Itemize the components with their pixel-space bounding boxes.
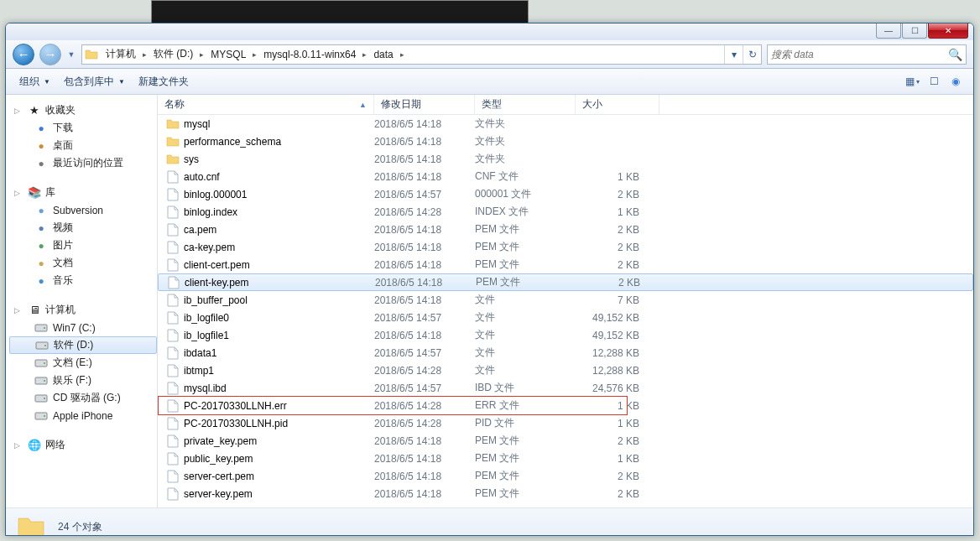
new-folder-button[interactable]: 新建文件夹 <box>132 71 195 92</box>
folder-icon <box>16 512 46 536</box>
maximize-button[interactable]: ☐ <box>902 23 927 39</box>
file-row[interactable]: server-key.pem2018/6/5 14:18PEM 文件2 KB <box>158 485 973 502</box>
breadcrumb-segment[interactable]: data <box>368 45 398 64</box>
organize-menu[interactable]: 组织▼ <box>13 71 57 92</box>
file-row[interactable]: auto.cnf2018/6/5 14:18CNF 文件1 KB <box>158 168 973 185</box>
column-size[interactable]: 大小 <box>576 95 659 114</box>
close-button[interactable]: ✕ <box>928 23 968 39</box>
file-row[interactable]: client-key.pem2018/6/5 14:18PEM 文件2 KB <box>158 273 973 291</box>
chevron-right-icon[interactable]: ▸ <box>198 50 206 59</box>
file-row[interactable]: ca.pem2018/6/5 14:18PEM 文件2 KB <box>158 221 973 238</box>
column-date[interactable]: 修改日期 <box>374 95 475 114</box>
drive-icon: ● <box>34 157 48 170</box>
file-date: 2018/6/5 14:28 <box>374 400 475 412</box>
sidebar-item[interactable]: ●文档 <box>9 254 157 272</box>
file-row[interactable]: mysql.ibd2018/6/5 14:57IBD 文件24,576 KB <box>158 379 973 397</box>
sidebar-item[interactable]: ●Subversion <box>9 201 157 219</box>
sidebar-group-header[interactable]: ▷📚库 <box>9 184 157 201</box>
sidebar-item[interactable]: ●视频 <box>9 219 157 237</box>
file-date: 2018/6/5 14:57 <box>374 382 475 394</box>
file-name: client-cert.pem <box>184 259 250 271</box>
file-row[interactable]: private_key.pem2018/6/5 14:18PEM 文件2 KB <box>158 432 973 450</box>
file-type: CNF 文件 <box>475 169 576 184</box>
file-icon <box>166 470 180 483</box>
expand-icon[interactable]: ▷ <box>14 306 23 315</box>
file-row[interactable]: ib_buffer_pool2018/6/5 14:18文件7 KB <box>158 291 973 309</box>
chevron-right-icon[interactable]: ▸ <box>361 50 368 59</box>
include-in-library-menu[interactable]: 包含到库中▼ <box>57 71 132 92</box>
sidebar-item[interactable]: ●音乐 <box>9 272 157 289</box>
search-icon[interactable]: 🔍 <box>948 48 962 61</box>
file-size: 1 KB <box>576 206 649 218</box>
file-size: 2 KB <box>576 242 649 253</box>
column-name[interactable]: 名称▲ <box>158 95 374 114</box>
file-size: 2 KB <box>576 189 649 200</box>
navigation-bar: ← → ▼ 计算机▸软件 (D:)▸MYSQL▸mysql-8.0.11-win… <box>6 40 973 69</box>
sidebar-item[interactable]: Apple iPhone <box>9 407 157 424</box>
file-row[interactable]: ib_logfile02018/6/5 14:57文件49,152 KB <box>158 309 973 326</box>
file-row[interactable]: binlog.0000012018/6/5 14:57000001 文件2 KB <box>158 185 973 203</box>
file-row[interactable]: public_key.pem2018/6/5 14:18PEM 文件1 KB <box>158 450 973 467</box>
sidebar-item[interactable]: 娱乐 (F:) <box>9 372 157 389</box>
file-type: PEM 文件 <box>475 222 576 237</box>
sidebar-item[interactable]: ●图片 <box>9 237 157 254</box>
sidebar-group-header[interactable]: ▷🌐网络 <box>9 436 157 454</box>
breadcrumb-segment[interactable]: 软件 (D:) <box>149 45 198 64</box>
refresh-button[interactable]: ↻ <box>743 45 761 64</box>
file-row[interactable]: performance_schema2018/6/5 14:18文件夹 <box>158 133 973 150</box>
history-dropdown-icon[interactable]: ▼ <box>66 50 76 59</box>
file-list-pane: 名称▲ 修改日期 类型 大小 mysql2018/6/5 14:18文件夹per… <box>158 95 973 507</box>
file-row[interactable]: PC-20170330LLNH.pid2018/6/5 14:28PID 文件1… <box>158 414 973 432</box>
svg-point-3 <box>44 345 46 346</box>
chevron-right-icon[interactable]: ▸ <box>399 50 406 59</box>
expand-icon[interactable]: ▷ <box>14 189 23 197</box>
view-options-button[interactable]: ▦▾ <box>901 72 923 91</box>
file-name: sys <box>184 153 199 165</box>
sidebar-item[interactable]: ●桌面 <box>9 137 157 154</box>
file-row[interactable]: ib_logfile12018/6/5 14:18文件49,152 KB <box>158 326 973 344</box>
file-date: 2018/6/5 14:18 <box>374 488 475 500</box>
expand-icon[interactable]: ▷ <box>14 441 23 450</box>
sidebar-item[interactable]: 软件 (D:) <box>9 336 157 354</box>
back-button[interactable]: ← <box>13 44 34 65</box>
drive-icon: ● <box>34 221 48 235</box>
file-row[interactable]: ibtmp12018/6/5 14:28文件12,288 KB <box>158 362 973 379</box>
sidebar-item[interactable]: CD 驱动器 (G:) <box>9 389 157 407</box>
file-row[interactable]: ca-key.pem2018/6/5 14:18PEM 文件2 KB <box>158 238 973 256</box>
breadcrumb-segment[interactable]: 计算机 <box>101 45 141 64</box>
file-list[interactable]: mysql2018/6/5 14:18文件夹performance_schema… <box>158 115 973 507</box>
folder-icon <box>82 48 101 61</box>
file-row[interactable]: mysql2018/6/5 14:18文件夹 <box>158 115 973 133</box>
preview-pane-button[interactable]: ☐ <box>923 72 945 91</box>
forward-button[interactable]: → <box>39 44 61 65</box>
file-row[interactable]: sys2018/6/5 14:18文件夹 <box>158 150 973 168</box>
file-name: ca.pem <box>184 224 216 236</box>
address-bar[interactable]: 计算机▸软件 (D:)▸MYSQL▸mysql-8.0.11-winx64▸da… <box>81 44 762 65</box>
breadcrumb-segment[interactable]: MYSQL <box>206 45 251 64</box>
file-row[interactable]: binlog.index2018/6/5 14:28INDEX 文件1 KB <box>158 203 973 221</box>
chevron-right-icon[interactable]: ▸ <box>251 50 258 59</box>
sidebar-group-header[interactable]: ▷★收藏夹 <box>9 101 157 119</box>
sidebar-group-header[interactable]: ▷🖥计算机 <box>9 301 157 319</box>
file-row[interactable]: server-cert.pem2018/6/5 14:18PEM 文件2 KB <box>158 467 973 485</box>
address-dropdown-icon[interactable]: ▾ <box>724 45 743 64</box>
search-input[interactable] <box>771 49 948 60</box>
sidebar-item[interactable]: ●最近访问的位置 <box>9 154 157 172</box>
sidebar-item[interactable]: 文档 (E:) <box>9 354 157 372</box>
sidebar-item[interactable]: ●下载 <box>9 119 157 137</box>
file-row[interactable]: client-cert.pem2018/6/5 14:18PEM 文件2 KB <box>158 256 973 273</box>
file-row[interactable]: PC-20170330LLNH.err2018/6/5 14:28ERR 文件1… <box>158 397 973 414</box>
breadcrumb-segment[interactable]: mysql-8.0.11-winx64 <box>258 45 361 64</box>
expand-icon[interactable]: ▷ <box>14 107 23 115</box>
help-button[interactable]: ◉ <box>945 72 967 91</box>
minimize-button[interactable]: — <box>876 23 901 39</box>
chevron-right-icon[interactable]: ▸ <box>141 50 149 59</box>
column-type[interactable]: 类型 <box>475 95 576 114</box>
file-name: PC-20170330LLNH.pid <box>184 418 288 429</box>
sidebar-item-label: 软件 (D:) <box>54 338 93 352</box>
file-row[interactable]: ibdata12018/6/5 14:57文件12,288 KB <box>158 344 973 362</box>
sidebar-item[interactable]: Win7 (C:) <box>9 319 157 336</box>
pc-icon: 🖥 <box>28 304 41 317</box>
search-box[interactable]: 🔍 <box>767 44 967 65</box>
sort-indicator-icon: ▲ <box>359 101 367 109</box>
